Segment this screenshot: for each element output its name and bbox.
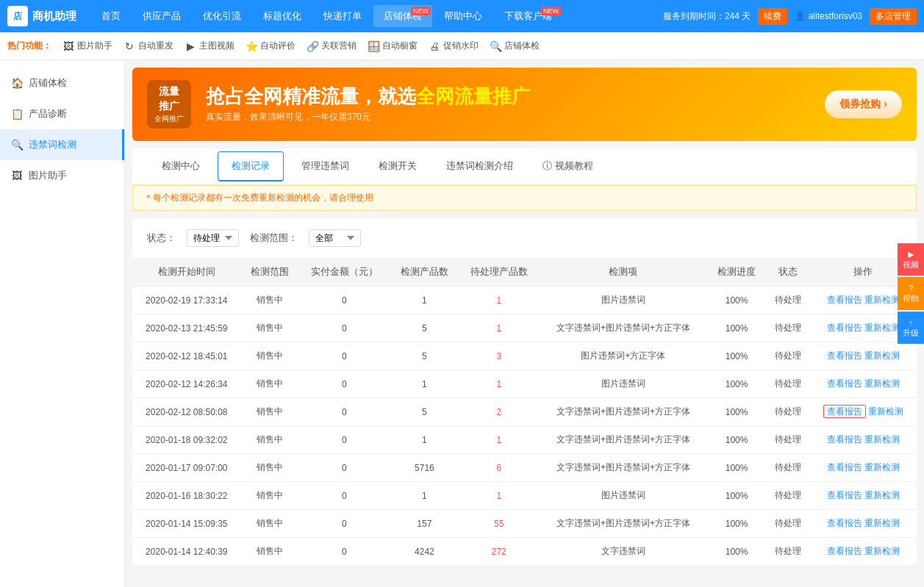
tab-video-tutorial[interactable]: ⓘ视频教程: [528, 149, 608, 184]
nav-item-optimize[interactable]: 优化引流: [193, 5, 251, 27]
quick-nav-review[interactable]: ⭐ 自动评价: [246, 40, 296, 52]
table-row: 2020-01-17 09:07:00 销售中 0 5716 6 文字违禁词+图…: [132, 454, 917, 482]
cell-amount: 0: [298, 538, 390, 566]
quick-nav-label: 热门功能：: [7, 40, 51, 52]
multi-shop-button[interactable]: 多店管理: [870, 8, 917, 25]
marketing-icon: 🔗: [307, 40, 318, 52]
action-link[interactable]: 查看报告: [827, 518, 862, 528]
action-link[interactable]: 重新检测: [864, 462, 900, 472]
cell-amount: 0: [298, 510, 390, 538]
action-link[interactable]: 查看报告: [827, 378, 862, 389]
action-link[interactable]: 重新检测: [864, 546, 900, 556]
cell-actions: 查看报告 重新检测: [810, 482, 917, 510]
quick-nav-video[interactable]: ▶ 主图视频: [185, 40, 234, 52]
cell-actions: 查看报告 重新检测: [810, 398, 917, 426]
quick-nav-resend[interactable]: ↻ 自动重发: [123, 40, 173, 52]
cell-pending: 6: [459, 454, 539, 482]
sidebar-item-image-helper[interactable]: 🖼 图片助手: [0, 160, 124, 191]
upgrade-float-icon: ↑: [909, 318, 913, 327]
promotional-banner[interactable]: 流量 推广 全网推广 抢占全网精准流量，就选全网流量推广 真实流量，效果清晰可见…: [132, 68, 917, 141]
range-filter-select[interactable]: 全部 销售中 仓库中: [309, 229, 361, 247]
inspect-icon: 🔍: [490, 40, 501, 52]
sidebar-item-forbidden-words[interactable]: 🔍 违禁词检测: [0, 129, 124, 160]
quick-nav-marketing[interactable]: 🔗 关联营销: [307, 40, 357, 52]
cell-progress: 100%: [708, 482, 766, 510]
action-link[interactable]: 重新检测: [864, 350, 900, 361]
action-link[interactable]: 查看报告: [827, 434, 862, 444]
cell-progress: 100%: [708, 426, 766, 454]
resend-icon: ↻: [123, 40, 135, 52]
float-upgrade-button[interactable]: ↑升级: [898, 311, 924, 345]
nav-items: 首页 供应产品 优化引流 标题优化 快递打单 店铺体检 NEW 帮助中心 下载客…: [91, 5, 663, 27]
nav-item-download[interactable]: 下载客户端 NEW: [494, 5, 562, 27]
sidebar-item-product-diagnose[interactable]: 📋 产品诊断: [0, 98, 124, 129]
action-link[interactable]: 查看报告: [827, 462, 862, 472]
cell-actions: 查看报告 重新检测: [810, 342, 917, 370]
cell-pending: 1: [459, 370, 539, 398]
cell-range: 销售中: [241, 426, 299, 454]
action-link[interactable]: 查看报告: [827, 490, 862, 500]
cell-range: 销售中: [241, 314, 299, 342]
table-row: 2020-02-12 08:50:08 销售中 0 5 2 文字违禁词+图片违禁…: [132, 398, 917, 426]
cell-range: 销售中: [241, 482, 299, 510]
th-status: 状态: [765, 258, 809, 287]
main-layout: 🏠 店铺体检 📋 产品诊断 🔍 违禁词检测 🖼 图片助手 流量 推广 全网推广: [0, 60, 924, 587]
nav-item-help[interactable]: 帮助中心: [434, 5, 493, 27]
nav-item-express[interactable]: 快递打单: [313, 5, 372, 27]
nav-item-shop[interactable]: 店铺体检 NEW: [373, 5, 432, 27]
quick-nav-showcase[interactable]: 🪟 自动橱窗: [368, 40, 418, 52]
logo-text: 商机助理: [32, 10, 76, 24]
cell-total: 5: [390, 398, 459, 426]
cell-pending: 272: [459, 538, 539, 566]
image-helper-icon: 🖼: [11, 170, 23, 181]
cell-status: 待处理: [765, 398, 809, 426]
float-help-button[interactable]: ?帮助: [898, 277, 924, 310]
action-link[interactable]: 查看报告: [827, 546, 862, 556]
action-link[interactable]: 重新检测: [864, 518, 900, 528]
action-link[interactable]: 查看报告: [827, 350, 862, 361]
status-filter-select[interactable]: 待处理 已处理 全部: [187, 229, 239, 247]
sidebar-item-shop-inspect[interactable]: 🏠 店铺体检: [0, 68, 124, 98]
tab-detection-intro[interactable]: 违禁词检测介绍: [431, 149, 528, 184]
banner-coupon-button[interactable]: 领券抢购 ›: [825, 90, 902, 118]
tab-detection-switch[interactable]: 检测开关: [364, 149, 431, 184]
action-link[interactable]: 重新检测: [864, 434, 900, 444]
cell-progress: 100%: [708, 342, 766, 370]
cell-amount: 0: [298, 398, 390, 426]
action-link[interactable]: 查看报告: [823, 405, 866, 418]
nav-item-home[interactable]: 首页: [91, 5, 131, 27]
nav-item-title[interactable]: 标题优化: [253, 5, 312, 27]
tab-detection-records[interactable]: 检测记录: [218, 151, 284, 181]
cell-pending: 1: [459, 287, 539, 314]
action-link[interactable]: 重新检测: [864, 490, 900, 500]
th-time: 检测开始时间: [132, 258, 241, 287]
th-pending: 待处理产品数: [459, 258, 539, 287]
info-icon: ⓘ: [542, 160, 552, 171]
nav-item-supply[interactable]: 供应产品: [132, 5, 191, 27]
cell-items: 图片违禁词: [539, 370, 707, 398]
cell-total: 1: [390, 482, 459, 510]
action-link[interactable]: 重新检测: [864, 295, 900, 305]
tab-manage-forbidden[interactable]: 管理违禁词: [287, 149, 364, 184]
content-area: 流量 推广 全网推广 抢占全网精准流量，就选全网流量推广 真实流量，效果清晰可见…: [125, 60, 924, 587]
quick-nav-image[interactable]: 🖼 图片助手: [62, 40, 112, 52]
action-link[interactable]: 重新检测: [864, 323, 900, 333]
action-link[interactable]: 重新检测: [864, 378, 900, 389]
cell-amount: 0: [298, 370, 390, 398]
float-video-button[interactable]: ▶视频: [898, 243, 924, 276]
quick-nav-inspect[interactable]: 🔍 店铺体检: [490, 40, 540, 52]
cell-time: 2020-02-13 21:45:59: [132, 314, 241, 342]
cell-status: 待处理: [765, 510, 809, 538]
cell-amount: 0: [298, 314, 390, 342]
action-link[interactable]: 查看报告: [827, 295, 862, 305]
video-icon: ▶: [185, 40, 196, 52]
cell-amount: 0: [298, 426, 390, 454]
renew-button[interactable]: 续费: [758, 8, 787, 25]
table-row: 2020-01-18 09:32:02 销售中 0 1 1 文字违禁词+图片违禁…: [132, 426, 917, 454]
tab-detection-center[interactable]: 检测中心: [147, 149, 215, 184]
watermark-icon: 🖨: [429, 40, 440, 52]
action-link[interactable]: 查看报告: [827, 323, 862, 333]
quick-nav-watermark[interactable]: 🖨 促销水印: [429, 40, 479, 52]
action-link[interactable]: 重新检测: [868, 406, 903, 417]
cell-time: 2020-02-12 18:45:01: [132, 342, 241, 370]
